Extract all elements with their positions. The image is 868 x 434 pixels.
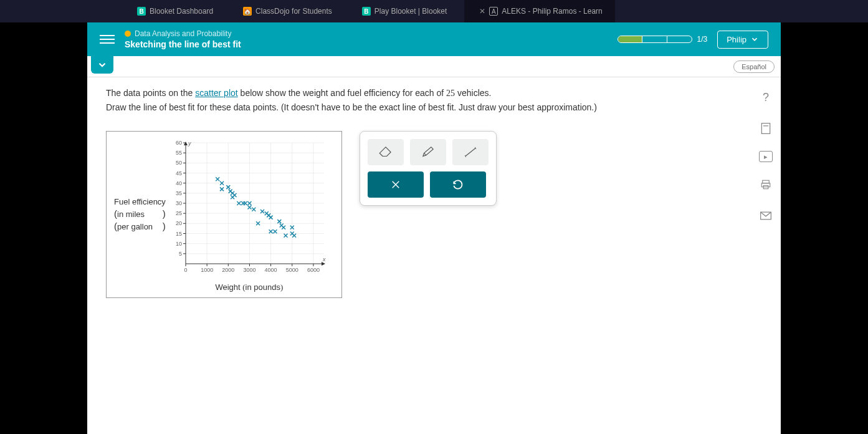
scatter-plot-canvas[interactable]: yx01000200030004000500060005101520253035… [168, 138, 330, 281]
svg-text:15: 15 [176, 230, 182, 236]
svg-text:30: 30 [176, 200, 182, 206]
browser-tab[interactable]: B Blooket Dashboard [125, 0, 226, 22]
side-toolbar: ? ▸ [757, 89, 775, 224]
eraser-icon [378, 145, 394, 159]
user-name: Philip [727, 35, 746, 44]
video-button[interactable]: ▸ [759, 151, 773, 162]
tab-label: Blooket Dashboard [150, 7, 213, 16]
language-button[interactable]: Español [733, 60, 775, 73]
svg-text:60: 60 [176, 140, 182, 146]
eraser-tool-button[interactable] [368, 139, 404, 165]
topic-title: Sketching the line of best fit [125, 39, 618, 49]
topic-category: Data Analysis and Probability [125, 29, 618, 38]
svg-text:2000: 2000 [222, 267, 234, 273]
help-button[interactable]: ? [757, 89, 775, 106]
svg-line-118 [465, 148, 475, 156]
x-icon [390, 179, 401, 190]
y-axis-label: Fuel efficiency (in miles) (per gallon) [114, 197, 166, 233]
aleks-icon: A [489, 7, 498, 16]
svg-rect-126 [761, 183, 770, 187]
svg-text:20: 20 [176, 220, 182, 226]
line-tool-button[interactable] [452, 139, 489, 165]
progress-indicator: 1/3 [618, 35, 708, 44]
drawing-tools-panel [360, 131, 497, 206]
svg-text:5000: 5000 [286, 267, 298, 273]
svg-text:10: 10 [176, 240, 182, 246]
close-icon[interactable]: ✕ [479, 7, 485, 16]
classdojo-icon: 🏠 [243, 7, 252, 16]
app-header: Data Analysis and Probability Sketching … [87, 22, 781, 56]
x-axis-label: Weight (in pounds) [168, 282, 330, 292]
print-button[interactable] [757, 176, 775, 193]
progress-text: 1/3 [697, 35, 708, 44]
topic-area: Data Analysis and Probability Sketching … [125, 29, 618, 49]
undo-icon [452, 178, 464, 191]
mail-button[interactable] [757, 207, 775, 224]
blooket-icon: B [362, 7, 371, 16]
svg-text:45: 45 [176, 170, 182, 176]
svg-rect-121 [761, 123, 770, 134]
pencil-tool-button[interactable] [410, 139, 446, 165]
mail-icon [760, 211, 772, 221]
chevron-down-icon [97, 59, 108, 70]
calculator-button[interactable] [757, 120, 775, 137]
chevron-down-icon [750, 35, 759, 44]
calculator-icon [760, 122, 771, 135]
print-icon [760, 179, 771, 190]
clear-button[interactable] [368, 171, 424, 198]
tab-label: ALEKS - Philip Ramos - Learn [502, 7, 602, 16]
expand-button[interactable] [91, 56, 113, 74]
menu-button[interactable] [100, 32, 115, 47]
svg-text:y: y [188, 140, 191, 147]
undo-button[interactable] [430, 171, 486, 198]
svg-text:25: 25 [176, 210, 182, 216]
progress-bar [618, 36, 692, 43]
line-icon [462, 145, 479, 159]
browser-tab[interactable]: B Play Blooket | Blooket [350, 0, 460, 22]
svg-marker-20 [184, 142, 188, 145]
svg-text:55: 55 [176, 150, 182, 156]
chart-container: Fuel efficiency (in miles) (per gallon) … [106, 131, 342, 298]
question-text: The data points on the scatter plot belo… [106, 86, 762, 115]
browser-tab-bar: B Blooket Dashboard 🏠 ClassDojo for Stud… [0, 0, 868, 22]
svg-text:4000: 4000 [264, 267, 277, 273]
svg-text:50: 50 [176, 160, 182, 166]
scatter-plot-link[interactable]: scatter plot [195, 88, 237, 98]
svg-text:1000: 1000 [201, 267, 213, 273]
svg-text:x: x [322, 256, 326, 263]
svg-text:35: 35 [176, 190, 182, 196]
tab-label: Play Blooket | Blooket [374, 7, 447, 16]
app-window: Data Analysis and Probability Sketching … [87, 22, 781, 434]
browser-tab[interactable]: ✕ A ALEKS - Philip Ramos - Learn [464, 0, 614, 22]
content-area: The data points on the scatter plot belo… [87, 77, 781, 307]
pencil-icon [420, 145, 436, 159]
browser-tab[interactable]: 🏠 ClassDojo for Students [231, 0, 345, 22]
svg-text:0: 0 [184, 267, 187, 273]
svg-text:6000: 6000 [307, 267, 320, 273]
svg-text:3000: 3000 [243, 267, 255, 273]
sub-header: Español [87, 56, 781, 77]
svg-text:5: 5 [179, 251, 182, 257]
svg-rect-125 [763, 180, 770, 183]
tab-label: ClassDojo for Students [255, 7, 332, 16]
svg-text:40: 40 [176, 180, 182, 186]
user-menu-button[interactable]: Philip [717, 31, 768, 49]
blooket-icon: B [137, 7, 146, 16]
category-dot-icon [125, 31, 131, 37]
category-label: Data Analysis and Probability [135, 29, 231, 38]
